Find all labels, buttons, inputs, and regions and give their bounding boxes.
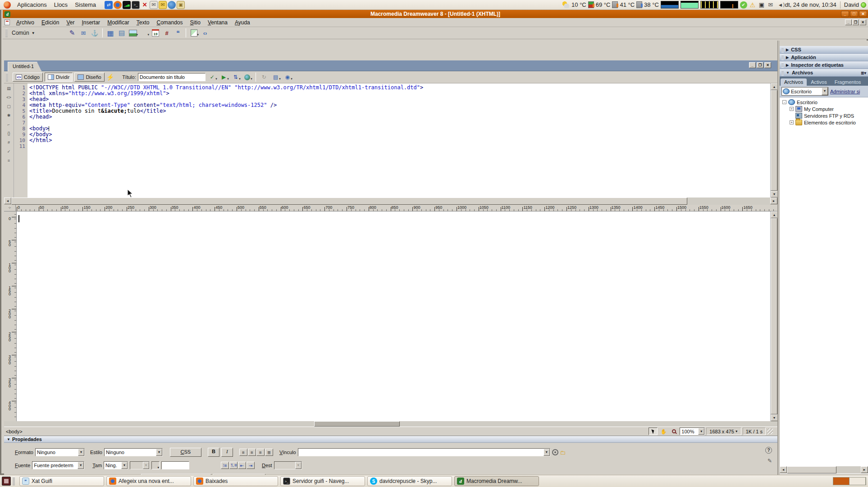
files-tab[interactable]: Activos <box>807 78 830 86</box>
zoom-tool[interactable] <box>669 427 678 435</box>
visual-aids-icon[interactable]: ◉ <box>283 73 292 82</box>
volume-icon[interactable] <box>776 1 783 9</box>
launcher-icon[interactable] <box>141 1 149 9</box>
scroll-left-icon[interactable]: ◄ <box>780 466 787 473</box>
outdent-icon[interactable]: ⇤ <box>238 462 246 469</box>
live-data-icon[interactable] <box>106 74 114 81</box>
menu-item[interactable]: Ayuda <box>231 18 254 27</box>
quick-tag-edit-icon[interactable] <box>767 458 772 464</box>
link-input[interactable]: ▼ <box>298 448 550 456</box>
file-management-icon[interactable]: ⇅ <box>231 73 241 82</box>
mdi-minimize-button[interactable]: _ <box>845 19 852 25</box>
files-tab[interactable]: Archivos <box>781 78 807 86</box>
tree-item[interactable]: - Escritorio <box>780 99 868 106</box>
resize-grip[interactable] <box>767 428 773 434</box>
scroll-down-icon[interactable]: ▼ <box>771 191 778 198</box>
refresh-icon[interactable]: ↻ <box>259 73 269 82</box>
task-button[interactable]: Xat Guifi <box>19 476 104 486</box>
preview-browser-globe-icon[interactable] <box>242 73 252 82</box>
tree-expander[interactable]: + <box>790 107 794 111</box>
ordered-list-icon[interactable]: ⒈≡ <box>229 462 238 469</box>
scroll-right-icon[interactable]: ► <box>861 466 868 473</box>
task-button[interactable]: Macromedia Dreamw... <box>454 476 539 486</box>
help-icon[interactable]: ? <box>765 447 772 454</box>
document-window-icon[interactable] <box>5 19 10 25</box>
validate-markup-icon[interactable]: ✓ <box>207 73 217 82</box>
launcher-icon[interactable] <box>150 1 158 9</box>
gnome-menu-item[interactable]: Aplicacions <box>14 1 50 9</box>
cpu-graph[interactable] <box>661 1 679 9</box>
sys-sensor-icon[interactable] <box>636 1 642 8</box>
workspace-cell[interactable] <box>850 478 866 485</box>
design-canvas[interactable] <box>17 211 770 421</box>
tag-selector[interactable]: <body> <box>6 429 23 434</box>
close-button[interactable]: ✕ <box>859 11 867 17</box>
launcher-icon[interactable] <box>114 1 122 9</box>
gpu-sensor-icon[interactable] <box>588 1 594 8</box>
scroll-thumb[interactable] <box>11 198 687 205</box>
align-left-icon[interactable]: ≡ <box>239 449 247 456</box>
launcher-icon[interactable] <box>168 1 176 9</box>
scroll-thumb[interactable] <box>771 218 777 414</box>
menu-item[interactable]: Ver <box>63 18 78 27</box>
insert-date-icon[interactable] <box>152 29 159 37</box>
insert-comment-icon[interactable] <box>173 28 183 37</box>
insert-media-icon[interactable] <box>139 28 149 37</box>
workspace-switcher[interactable] <box>833 477 866 485</box>
scroll-down-icon[interactable]: ▼ <box>771 414 778 421</box>
insert-category-dropdown[interactable]: Común ▼ <box>12 30 66 36</box>
code-view-button[interactable]: Código <box>13 73 43 82</box>
format-dropdown[interactable]: Ninguno ▼ <box>35 448 85 456</box>
email-link-icon[interactable] <box>78 28 88 37</box>
expand-all-icon[interactable]: ✱ <box>5 112 12 118</box>
scroll-left-icon[interactable]: ◄ <box>4 198 11 204</box>
maximize-button[interactable]: □ <box>850 11 858 17</box>
mdi-close-button[interactable]: ✕ <box>859 19 866 25</box>
task-button[interactable]: davidcrepuscle - Skyp... <box>367 476 452 486</box>
code-horizontal-scrollbar[interactable]: ◄ ► <box>4 198 777 205</box>
color-hex-field[interactable] <box>161 461 189 469</box>
collapse-selection-icon[interactable]: ▢ <box>5 103 12 109</box>
align-justify-icon[interactable]: ≣ <box>265 449 273 456</box>
window-size-dropdown[interactable]: 1683 x 475 ▼ <box>706 427 741 435</box>
tree-item[interactable]: + My Computer <box>780 106 868 112</box>
scroll-up-icon[interactable]: ▲ <box>771 83 778 90</box>
document-tab[interactable]: Untitled-1 <box>8 62 41 71</box>
align-right-icon[interactable]: ≡ <box>256 449 265 456</box>
panel-menu-icon[interactable] <box>861 70 866 75</box>
properties-header[interactable]: ▼ Propiedades <box>4 436 777 443</box>
menu-item[interactable]: Edición <box>38 18 63 27</box>
pointer-tool[interactable] <box>649 427 658 435</box>
menu-item[interactable]: Comandos <box>153 18 187 27</box>
menu-item[interactable]: Sitio <box>187 18 204 27</box>
ruler-origin-icon[interactable]: ⁘ <box>4 205 16 211</box>
indent-icon[interactable]: ⇥ <box>247 462 255 469</box>
dock-panel-header[interactable]: ▶ Aplicación <box>780 54 868 61</box>
clock[interactable]: dt, 24 de nov, 10:34 <box>785 1 836 8</box>
launcher-icon[interactable] <box>132 1 140 9</box>
dock-panel-header[interactable]: ▶ CSS <box>780 46 868 54</box>
code-vertical-scrollbar[interactable]: ▲ ▼ <box>770 83 777 198</box>
gnome-menu-item[interactable]: Llocs <box>50 1 71 9</box>
design-view-button[interactable]: Diseño <box>74 73 104 82</box>
mail-notify-icon[interactable] <box>767 1 774 9</box>
hyperlink-icon[interactable] <box>67 28 77 37</box>
network-graph[interactable] <box>700 1 718 9</box>
site-dropdown[interactable]: Escritorio ▼ <box>781 87 828 96</box>
tree-expander[interactable]: - <box>782 100 786 104</box>
css-button[interactable]: CSS <box>170 448 201 457</box>
files-tab[interactable]: Fragmentos <box>831 78 865 86</box>
disk-graph[interactable] <box>720 1 738 9</box>
toolbar-grip[interactable] <box>5 29 8 37</box>
balance-braces-icon[interactable]: {} <box>5 130 12 136</box>
toolbar-grip[interactable] <box>6 73 8 81</box>
launcher-icon[interactable] <box>105 1 113 9</box>
view-options-icon[interactable]: ▤ <box>271 73 281 82</box>
highlight-invalid-icon[interactable]: ✓ <box>5 148 12 154</box>
menu-item[interactable]: Modificar <box>104 18 133 27</box>
display-icon[interactable] <box>758 1 765 9</box>
collapse-tag-icon[interactable]: <> <box>5 94 12 100</box>
code-view-pane[interactable]: ▤ <> ▢ ✱ ⌐ {} # ✓ ≡ 1234567891011 <!DOCT… <box>4 83 777 198</box>
insert-include-icon[interactable] <box>162 28 172 37</box>
font-dropdown[interactable]: Fuente predeterm ▼ <box>32 461 84 469</box>
